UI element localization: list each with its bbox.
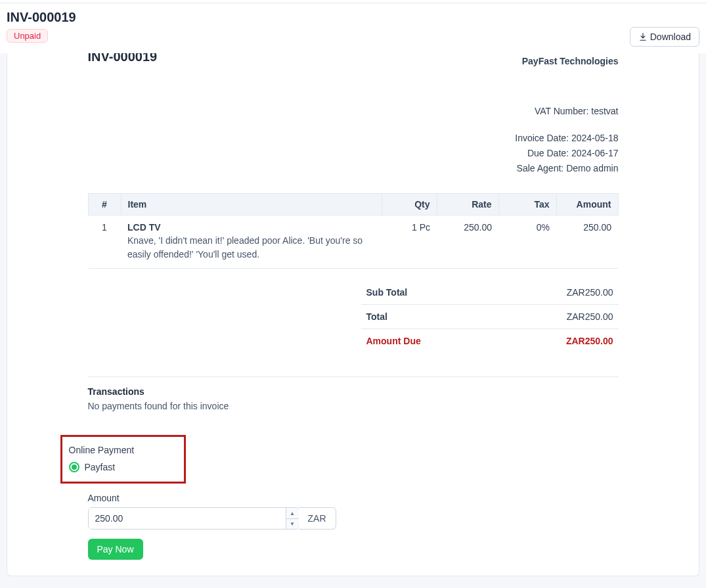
page-title: INV-000019 [7, 10, 76, 25]
col-tax: Tax [498, 194, 556, 215]
totals-label: Sub Total [366, 287, 408, 298]
cell-rate: 250.00 [437, 215, 498, 269]
item-title: LCD TV [127, 222, 375, 233]
cell-amount: 250.00 [556, 215, 618, 269]
download-button[interactable]: Download [630, 27, 699, 47]
page-header: INV-000019 Unpaid Download [0, 3, 706, 53]
section-rule [88, 376, 619, 377]
currency-addon: ZAR [299, 507, 336, 530]
cell-tax: 0% [498, 215, 556, 269]
payment-option-label: Payfast [85, 462, 116, 472]
meta-value: Demo admin [566, 163, 618, 173]
payment-option-payfast[interactable]: Payfast [69, 462, 135, 472]
cell-idx: 1 [88, 215, 121, 269]
meta-label: Sale Agent: [517, 163, 564, 173]
pay-now-button[interactable]: Pay Now [88, 539, 143, 560]
meta-value: 2024-05-18 [571, 133, 619, 143]
col-amount: Amount [556, 194, 618, 215]
vat-label: VAT Number: [535, 106, 588, 116]
invoice-number: INV-000019 [88, 53, 158, 64]
transactions-heading: Transactions [88, 386, 619, 397]
invoice-card: INV-000019 PayFast Technologies VAT Numb… [7, 53, 699, 576]
line-items-table: # Item Qty Rate Tax Amount 1LCD TVKnave,… [88, 193, 619, 269]
totals-block: Sub TotalZAR250.00TotalZAR250.00Amount D… [361, 281, 619, 353]
totals-value: ZAR250.00 [566, 336, 613, 346]
biller-name: PayFast Technologies [522, 56, 619, 66]
spinner-arrows: ▲ ▼ [286, 508, 299, 529]
col-idx: # [88, 194, 121, 215]
totals-value: ZAR250.00 [567, 287, 613, 298]
meta-value: 2024-06-17 [571, 148, 619, 158]
totals-row: Sub TotalZAR250.00 [361, 281, 619, 305]
col-item: Item [121, 194, 382, 215]
payment-block: Online Payment Payfast Amount ▲ ▼ [88, 435, 619, 560]
totals-label: Amount Due [366, 336, 421, 346]
totals-row: Amount DueZAR250.00 [361, 329, 619, 353]
amount-input[interactable] [89, 508, 286, 529]
radio-selected-icon [69, 462, 79, 472]
table-row: 1LCD TVKnave, 'I didn't mean it!' pleade… [88, 215, 618, 269]
totals-row: TotalZAR250.00 [361, 305, 619, 329]
totals-label: Total [366, 311, 387, 322]
amount-label: Amount [88, 493, 619, 503]
amount-step-down[interactable]: ▼ [286, 519, 299, 530]
item-desc: Knave, 'I didn't mean it!' pleaded poor … [127, 234, 375, 261]
page-body: INV-000019 PayFast Technologies VAT Numb… [0, 53, 706, 588]
status-badge: Unpaid [7, 29, 48, 43]
payment-highlight: Online Payment Payfast [60, 435, 187, 484]
download-icon [638, 32, 648, 41]
transactions-empty: No payments found for this invoice [88, 401, 619, 411]
cell-item: LCD TVKnave, 'I didn't mean it!' pleaded… [121, 215, 382, 269]
amount-step-up[interactable]: ▲ [286, 508, 299, 519]
totals-value: ZAR250.00 [567, 311, 613, 322]
col-qty: Qty [382, 194, 437, 215]
cell-qty: 1 Pc [382, 215, 437, 269]
col-rate: Rate [437, 194, 498, 215]
meta-label: Due Date: [527, 148, 569, 158]
vat-value: testvat [591, 106, 618, 116]
invoice-meta: VAT Number: testvat Invoice Date: 2024-0… [88, 104, 619, 176]
amount-input-group: ▲ ▼ [88, 507, 299, 530]
meta-label: Invoice Date: [515, 133, 569, 143]
payment-heading: Online Payment [69, 445, 135, 455]
download-label: Download [650, 32, 691, 42]
